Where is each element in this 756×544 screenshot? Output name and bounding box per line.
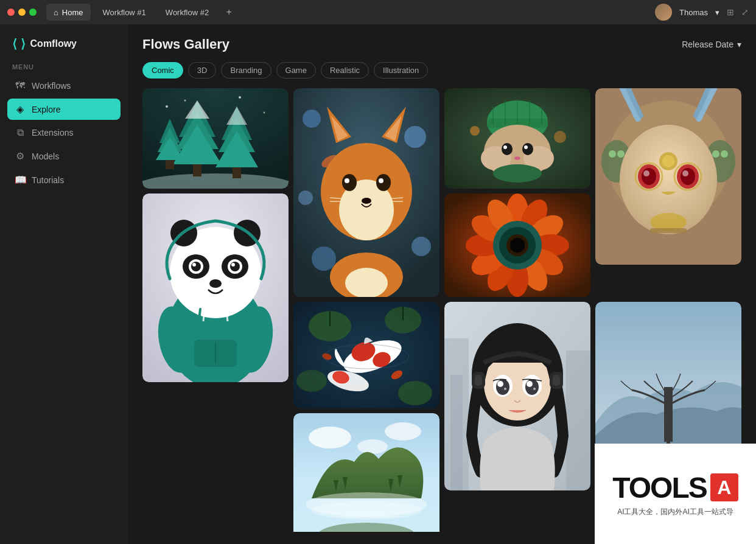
svg-point-44	[345, 268, 388, 297]
svg-rect-151	[475, 375, 482, 386]
svg-point-126	[296, 370, 327, 392]
svg-point-56	[502, 143, 513, 155]
svg-point-31	[376, 174, 391, 191]
svg-point-60	[514, 156, 520, 160]
tab-workflow2[interactable]: Workflow #2	[158, 4, 216, 21]
gallery-item-landscape[interactable]	[293, 413, 439, 532]
svg-point-160	[504, 388, 506, 390]
svg-point-70	[712, 150, 719, 158]
sidebar-item-explore[interactable]: ◈ Explore	[7, 99, 121, 120]
svg-point-59	[524, 145, 528, 149]
window-layout-icon[interactable]: ⊞	[727, 7, 734, 17]
svg-point-16	[166, 105, 168, 108]
sidebar-item-tutorials[interactable]: 📖 Tutorials	[7, 169, 121, 190]
svg-point-156	[496, 379, 509, 395]
gallery-item-trees[interactable]	[142, 88, 289, 189]
tutorials-icon: 📖	[15, 174, 26, 186]
svg-point-57	[522, 143, 533, 155]
svg-point-99	[230, 262, 240, 271]
logo-text: Comflowy	[30, 38, 77, 49]
gallery-item-flower[interactable]	[444, 194, 590, 297]
close-button[interactable]	[7, 9, 15, 16]
svg-point-23	[312, 246, 336, 271]
svg-point-22	[404, 126, 426, 148]
filter-3d[interactable]: 3D	[188, 62, 217, 78]
gallery-item-fox[interactable]	[293, 88, 439, 297]
page-title: Flows Gallery	[142, 37, 229, 52]
sort-button[interactable]: Release Date ▾	[682, 40, 741, 49]
svg-point-158	[497, 381, 503, 387]
traffic-lights	[7, 9, 37, 16]
svg-point-74	[662, 155, 674, 167]
svg-point-24	[411, 237, 431, 256]
sidebar-item-workflows[interactable]: 🗺 Workflows	[7, 75, 121, 96]
svg-point-157	[525, 379, 539, 395]
titlebar-right: Thomas ▾ ⊞ ⤢	[655, 4, 749, 21]
gallery-item-mask[interactable]	[595, 88, 741, 265]
watermark-overlay: TOOLS A AI工具大全，国内外AI工具一站式导	[595, 444, 741, 532]
filter-branding[interactable]: Branding	[221, 62, 271, 78]
svg-point-127	[398, 381, 432, 405]
svg-point-187	[357, 439, 388, 454]
svg-point-61	[493, 164, 542, 183]
user-chevron[interactable]: ▾	[715, 8, 719, 17]
svg-point-25	[298, 190, 313, 205]
workflows-icon: 🗺	[15, 80, 26, 91]
svg-point-19	[264, 112, 265, 114]
watermark-tools-text: TOOLS	[612, 471, 706, 504]
tab-home[interactable]: ⌂ Home	[46, 4, 91, 21]
svg-point-34	[362, 198, 371, 204]
avatar	[655, 4, 672, 21]
minimize-button[interactable]	[18, 9, 26, 16]
add-tab-button[interactable]: +	[221, 4, 237, 20]
sidebar-item-extensions[interactable]: ⧉ Extensions	[7, 122, 121, 143]
svg-rect-5	[193, 164, 201, 176]
svg-point-100	[192, 263, 196, 267]
svg-point-33	[379, 178, 383, 183]
svg-rect-9	[233, 167, 241, 178]
gallery-item-anime-girl[interactable]	[444, 302, 590, 490]
chevron-down-icon: ▾	[737, 40, 741, 49]
sidebar-item-models[interactable]: ⚙ Models	[7, 145, 121, 167]
tab-workflow1[interactable]: Workflow #1	[96, 4, 153, 21]
home-icon: ⌂	[54, 8, 58, 17]
maximize-button[interactable]	[29, 9, 37, 16]
svg-rect-82	[650, 228, 687, 233]
svg-rect-146	[566, 350, 590, 490]
svg-point-105	[197, 332, 202, 337]
content: Flows Gallery Release Date ▾ Comic 3D Br…	[128, 24, 756, 544]
filter-illustration[interactable]: Illustration	[374, 62, 428, 78]
svg-point-77	[642, 168, 656, 185]
svg-point-17	[184, 100, 186, 102]
svg-point-185	[309, 427, 351, 448]
svg-point-186	[385, 422, 421, 441]
window-expand-icon[interactable]: ⤢	[741, 7, 749, 17]
filter-comic[interactable]: Comic	[142, 62, 183, 78]
svg-point-71	[721, 150, 728, 158]
svg-point-122	[510, 238, 525, 253]
sidebar: ⟨ ⟩ Comflowy MENU 🗺 Workflows ◈ Explore …	[0, 24, 128, 544]
gallery[interactable]: TOOLS A AI工具大全，国内外AI工具一站式导	[142, 88, 741, 532]
main-layout: ⟨ ⟩ Comflowy MENU 🗺 Workflows ◈ Explore …	[0, 24, 756, 544]
svg-rect-13	[166, 160, 174, 169]
svg-point-62	[470, 126, 480, 136]
user-name: Thomas	[679, 8, 708, 17]
filter-realistic[interactable]: Realistic	[321, 62, 369, 78]
svg-point-58	[503, 145, 507, 149]
gallery-item-hamster[interactable]	[444, 88, 590, 189]
svg-rect-147	[450, 375, 463, 490]
filter-game[interactable]: Game	[276, 62, 316, 78]
gallery-item-koi[interactable]	[293, 302, 439, 408]
svg-point-63	[554, 131, 566, 143]
menu-section: MENU 🗺 Workflows ◈ Explore ⧉ Extensions …	[7, 63, 121, 190]
extensions-icon: ⧉	[15, 127, 26, 138]
svg-point-80	[682, 170, 688, 176]
svg-point-161	[533, 388, 536, 390]
svg-point-18	[239, 96, 241, 99]
svg-rect-139	[664, 387, 673, 442]
svg-point-98	[191, 262, 201, 271]
watermark-adobe-icon: A	[710, 473, 738, 501]
svg-point-68	[617, 150, 625, 158]
watermark-subtitle: AI工具大全，国内外AI工具一站式导	[611, 507, 740, 517]
gallery-item-panda[interactable]	[142, 194, 289, 382]
